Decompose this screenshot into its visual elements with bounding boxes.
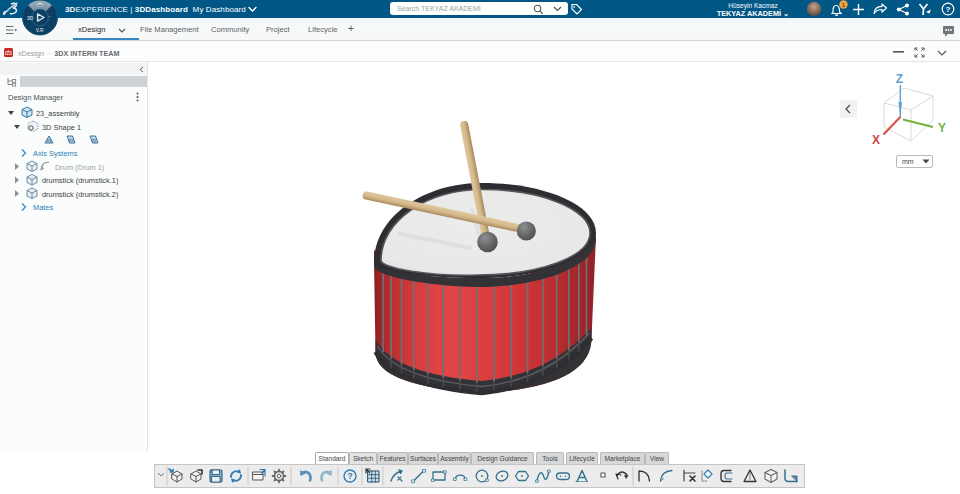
svg-text:Mates: Mates xyxy=(33,203,53,212)
svg-text:23_assembly: 23_assembly xyxy=(36,109,80,118)
svg-text:drumstick (drumstick.1): drumstick (drumstick.1) xyxy=(42,176,118,185)
svg-text:xy: xy xyxy=(47,138,52,143)
svg-text:Drum (Drum 1): Drum (Drum 1) xyxy=(55,163,104,172)
svg-text:3D: 3D xyxy=(27,15,34,21)
svg-text:drumstick (drumstick.2): drumstick (drumstick.2) xyxy=(42,190,118,199)
svg-text:?: ? xyxy=(347,471,353,481)
svg-text:3D Shape 1: 3D Shape 1 xyxy=(42,123,81,132)
svg-text:Axis Systems: Axis Systems xyxy=(33,149,78,158)
svg-text:zy: zy xyxy=(92,138,97,143)
svg-text:V.R: V.R xyxy=(36,28,44,33)
svg-text:zx: zx xyxy=(69,138,74,143)
